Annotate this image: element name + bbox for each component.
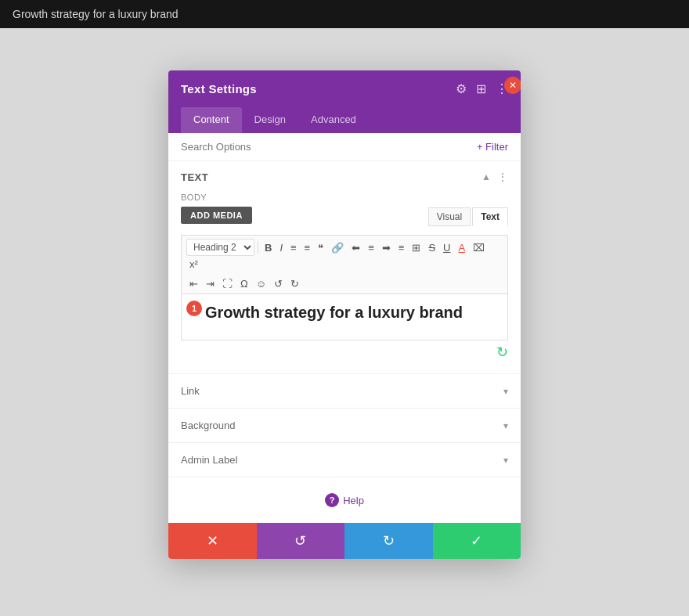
ul-button[interactable]: ≡ <box>287 241 300 254</box>
help-label: Help <box>343 495 364 506</box>
save-button[interactable]: ✓ <box>433 523 521 559</box>
page-background: Growth strategy for a luxury brand ✕ Tex… <box>0 0 689 616</box>
close-button[interactable]: ✕ <box>504 77 521 94</box>
editor-content[interactable]: 1 Growth strategy for a luxury brand <box>181 294 508 340</box>
visual-text-tabs: Visual Text <box>428 207 508 226</box>
redo-button[interactable]: ↻ <box>344 523 433 559</box>
body-label: Body <box>168 193 521 207</box>
editor-area: ADD MEDIA Visual Text ParagraphHeading 1… <box>168 207 521 373</box>
superscript-button[interactable]: x² <box>186 258 201 271</box>
admin-label-section-title: Admin Label <box>181 454 237 466</box>
align-center-button[interactable]: ≡ <box>365 241 377 254</box>
underline-button[interactable]: U <box>440 241 453 254</box>
cancel-button[interactable]: ✕ <box>168 523 257 559</box>
background-chevron-icon: ▾ <box>503 420 508 431</box>
clear-format-button[interactable]: ⌧ <box>470 241 488 254</box>
font-color-button[interactable]: A <box>455 241 468 254</box>
text-section-controls: ▲ ⋮ <box>482 171 508 183</box>
tab-design[interactable]: Design <box>242 107 298 133</box>
admin-label-section-header[interactable]: Admin Label ▾ <box>168 443 521 477</box>
indent-left-button[interactable]: ⇤ <box>186 277 201 290</box>
ol-button[interactable]: ≡ <box>301 241 314 254</box>
background-section-title: Background <box>181 420 235 431</box>
filter-button[interactable]: + Filter <box>477 141 508 153</box>
tab-advanced[interactable]: Advanced <box>298 107 369 133</box>
text-tab[interactable]: Text <box>472 207 508 226</box>
link-chevron-icon: ▾ <box>503 386 508 397</box>
undo-icon: ↺ <box>294 532 306 549</box>
panel-header: Text Settings ⚙ ⊞ ⋮ <box>168 70 521 107</box>
grid-icon[interactable]: ⊞ <box>476 81 486 96</box>
bold-button[interactable]: B <box>262 241 275 254</box>
admin-label-chevron-icon: ▾ <box>503 455 508 466</box>
undo-toolbar-button[interactable]: ↺ <box>271 277 286 290</box>
editor-heading-text[interactable]: Growth strategy for a luxury brand <box>205 304 498 322</box>
redo-toolbar-button[interactable]: ↻ <box>287 277 302 290</box>
format-toolbar-row1: ParagraphHeading 1Heading 2Heading 3Head… <box>181 235 508 274</box>
panel-header-icons: ⚙ ⊞ ⋮ <box>456 81 508 96</box>
action-bar: ✕ ↺ ↻ ✓ <box>168 523 521 559</box>
link-section-title: Link <box>181 385 200 397</box>
text-section-chevron[interactable]: ▲ <box>482 171 491 182</box>
settings-panel: ✕ Text Settings ⚙ ⊞ ⋮ Content Design <box>168 70 521 559</box>
link-button[interactable]: 🔗 <box>328 241 347 254</box>
italic-button[interactable]: I <box>276 241 286 254</box>
redo-icon: ↻ <box>383 532 395 549</box>
background-section-header[interactable]: Background ▾ <box>168 409 521 442</box>
search-input[interactable] <box>181 141 477 153</box>
justify-button[interactable]: ≡ <box>395 241 408 254</box>
refresh-icon[interactable]: ↻ <box>496 344 508 361</box>
visual-tab[interactable]: Visual <box>428 207 471 226</box>
blockquote-button[interactable]: ❝ <box>315 241 326 254</box>
link-section: Link ▾ <box>168 374 521 409</box>
special-char-button[interactable]: Ω <box>237 277 251 290</box>
cancel-icon: ✕ <box>207 532 218 549</box>
text-section-menu[interactable]: ⋮ <box>497 171 508 183</box>
align-right-button[interactable]: ➡ <box>379 241 394 254</box>
text-section: Text ▲ ⋮ Body ADD MEDIA Visual <box>168 161 521 374</box>
refresh-icon-area: ↻ <box>181 344 508 361</box>
help-area: ? Help <box>168 477 521 523</box>
help-button[interactable]: ? Help <box>325 493 364 507</box>
close-icon: ✕ <box>509 80 517 91</box>
align-left-button[interactable]: ⬅ <box>348 241 363 254</box>
panel-title: Text Settings <box>181 82 257 95</box>
add-media-button[interactable]: ADD MEDIA <box>181 207 252 224</box>
emoji-button[interactable]: ☺ <box>253 277 269 290</box>
admin-label-section: Admin Label ▾ <box>168 443 521 477</box>
table-button[interactable]: ⊞ <box>409 241 424 254</box>
save-icon: ✓ <box>471 532 482 549</box>
fullscreen-button[interactable]: ⛶ <box>219 277 236 290</box>
tab-content[interactable]: Content <box>181 107 242 133</box>
panel-body: + Filter Text ▲ ⋮ Body <box>168 133 521 523</box>
modal-overlay: ✕ Text Settings ⚙ ⊞ ⋮ Content Design <box>0 0 689 616</box>
tabs-bar: Content Design Advanced <box>168 107 521 133</box>
text-section-header: Text ▲ ⋮ <box>168 161 521 193</box>
link-section-header[interactable]: Link ▾ <box>168 374 521 408</box>
search-filter-bar: + Filter <box>168 133 521 161</box>
heading-select[interactable]: ParagraphHeading 1Heading 2Heading 3Head… <box>186 239 254 256</box>
numbered-marker: 1 <box>186 301 202 316</box>
strikethrough-button[interactable]: S <box>425 241 438 254</box>
background-section: Background ▾ <box>168 409 521 443</box>
settings-icon[interactable]: ⚙ <box>456 81 467 96</box>
indent-right-button[interactable]: ⇥ <box>203 277 218 290</box>
format-toolbar-row2: ⇤ ⇥ ⛶ Ω ☺ ↺ ↻ <box>181 274 508 294</box>
undo-button[interactable]: ↺ <box>257 523 345 559</box>
help-icon: ? <box>325 493 339 507</box>
text-section-title: Text <box>181 171 208 183</box>
